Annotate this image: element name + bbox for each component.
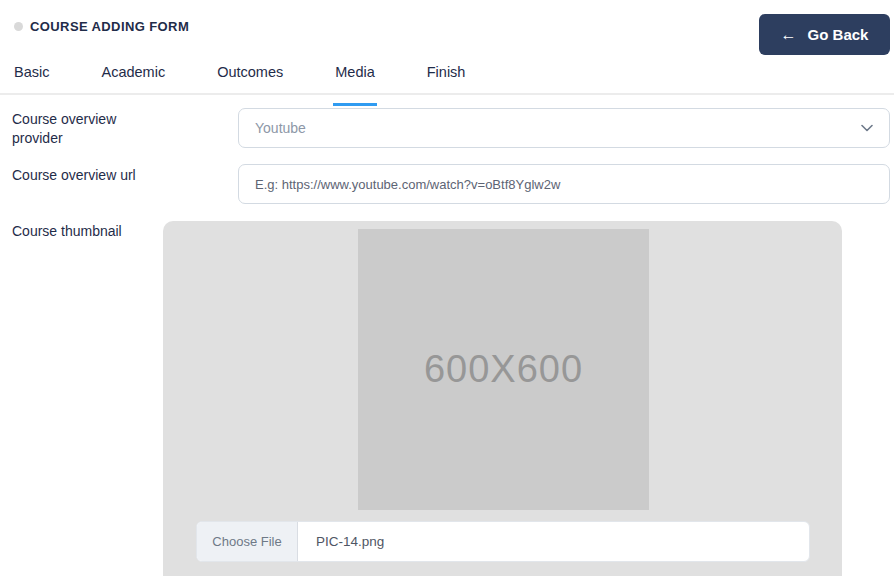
go-back-button[interactable]: ← Go Back xyxy=(759,14,890,55)
thumbnail-field-label: Course thumbnail xyxy=(12,222,164,241)
thumbnail-placeholder-text: 600X600 xyxy=(424,348,583,391)
form-tabs: Basic Academic Outcomes Media Finish xyxy=(0,60,894,95)
course-adding-form-page: COURSE ADDING FORM ← Go Back Basic Acade… xyxy=(0,0,894,576)
selected-file-name: PIC-14.png xyxy=(298,522,384,561)
choose-file-button[interactable]: Choose File xyxy=(197,522,298,561)
tab-academic[interactable]: Academic xyxy=(101,60,165,93)
provider-field-label: Course overview provider xyxy=(12,110,164,148)
go-back-label: Go Back xyxy=(808,26,869,43)
thumbnail-placeholder-image: 600X600 xyxy=(358,229,649,510)
tab-basic[interactable]: Basic xyxy=(14,60,49,93)
chevron-down-icon xyxy=(861,124,873,132)
url-input[interactable] xyxy=(238,164,890,204)
thumbnail-panel: 600X600 Choose File PIC-14.png xyxy=(163,221,842,576)
provider-selected-value: Youtube xyxy=(255,120,306,136)
tab-outcomes[interactable]: Outcomes xyxy=(217,60,283,93)
tab-media[interactable]: Media xyxy=(335,60,375,93)
thumbnail-file-input[interactable]: Choose File PIC-14.png xyxy=(196,521,810,562)
page-title: COURSE ADDING FORM xyxy=(30,19,189,34)
left-arrow-icon: ← xyxy=(781,27,797,43)
provider-select[interactable]: Youtube xyxy=(238,108,890,148)
tab-finish[interactable]: Finish xyxy=(427,60,466,93)
url-field-label: Course overview url xyxy=(12,166,164,185)
status-dot-icon xyxy=(14,22,23,31)
